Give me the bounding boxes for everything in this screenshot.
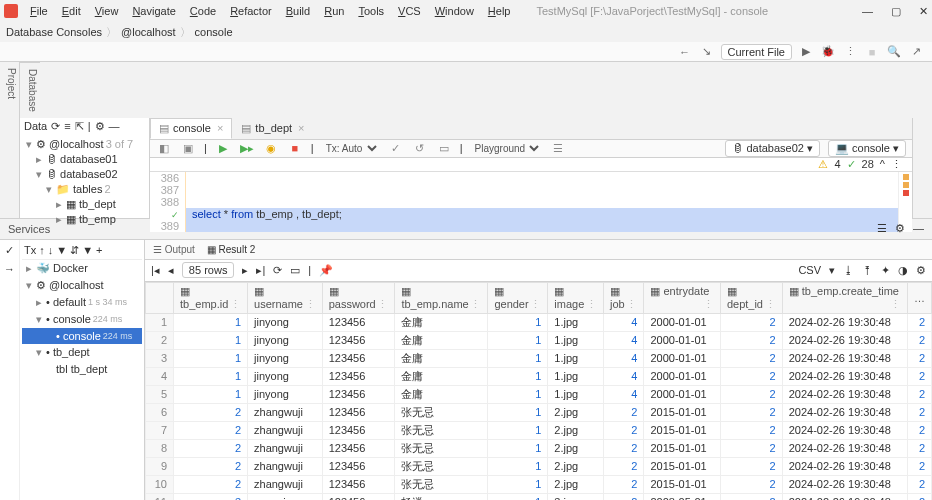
menu-navigate[interactable]: Navigate	[126, 3, 181, 19]
search-icon[interactable]: 🔍	[886, 44, 902, 60]
stop-icon[interactable]: ■	[864, 44, 880, 60]
gear-icon[interactable]: ⚙	[95, 120, 105, 133]
menu-refactor[interactable]: Refactor	[224, 3, 278, 19]
menu-file[interactable]: File	[24, 3, 54, 19]
schema-badge[interactable]: 🛢 database02 ▾	[725, 140, 820, 157]
serv-tree-tb_dept[interactable]: ▾• tb_dept	[22, 344, 142, 361]
table-row[interactable]: 62zhangwuji123456张无忌12.jpg22015-01-01220…	[146, 403, 932, 421]
pin-icon[interactable]: 📌	[319, 264, 333, 277]
table-row[interactable]: 72zhangwuji123456张无忌12.jpg22015-01-01220…	[146, 421, 932, 439]
next-page-icon[interactable]: ▸	[242, 264, 248, 277]
debug-icon[interactable]: 🐞	[820, 44, 836, 60]
serv-tree-@localhost[interactable]: ▾⚙ @localhost	[22, 277, 142, 294]
add-row-icon[interactable]: ▭	[290, 264, 300, 277]
crumb-console[interactable]: console	[195, 26, 233, 38]
table-row[interactable]: 102zhangwuji123456张无忌12.jpg22015-01-0122…	[146, 475, 932, 493]
serv-tool[interactable]: ▼	[56, 244, 67, 257]
serv-tool[interactable]: +	[96, 244, 102, 257]
tab-tb_dept[interactable]: ▤ tb_dept ×	[232, 118, 313, 139]
rollback-icon[interactable]: ↺	[412, 142, 428, 155]
table-row[interactable]: 31jinyong123456金庸11.jpg42000-01-0122024-…	[146, 349, 932, 367]
run-config[interactable]: Current File	[721, 44, 792, 60]
maximize-icon[interactable]: ▢	[891, 5, 901, 18]
tree-@localhost[interactable]: ▾⚙ @localhost 3 of 7	[22, 137, 147, 152]
tool-btn[interactable]: ▣	[180, 142, 196, 155]
first-page-icon[interactable]: |◂	[151, 264, 160, 277]
table-row[interactable]: 113yangxiao123456杨逍13.jpg22008-05-012202…	[146, 493, 932, 500]
settings-icon[interactable]: ↗	[908, 44, 924, 60]
project-rail[interactable]: Project	[0, 62, 20, 118]
col-tb_emp.id[interactable]: ▦ tb_emp.id ⋮	[174, 282, 248, 313]
expand-icon[interactable]: ◑	[898, 264, 908, 277]
menu-edit[interactable]: Edit	[56, 3, 87, 19]
col-image[interactable]: ▦ image ⋮	[548, 282, 604, 313]
serv-tree-console[interactable]: ▾• console 224 ms	[22, 311, 142, 328]
menu-code[interactable]: Code	[184, 3, 222, 19]
col-entrydate[interactable]: ▦ entrydate ⋮	[644, 282, 720, 313]
col-username[interactable]: ▦ username ⋮	[248, 282, 323, 313]
tab-console[interactable]: ▤ console ×	[150, 118, 232, 139]
code-line[interactable]: select * from tb_emp , tb_dept;	[186, 208, 898, 232]
filter-icon[interactable]: ≡	[64, 120, 70, 132]
table-row[interactable]: 41jinyong123456金庸11.jpg42000-01-0122024-…	[146, 367, 932, 385]
gear-icon[interactable]: ⚙	[895, 222, 905, 235]
code-line[interactable]	[186, 184, 898, 196]
serv-rail-btn[interactable]: ✓	[5, 244, 14, 257]
serv-rail-btn[interactable]: →	[4, 263, 15, 275]
console-badge[interactable]: 💻 console ▾	[828, 140, 906, 157]
serv-tree-default[interactable]: ▸• default 1 s 34 ms	[22, 294, 142, 311]
tree-tables[interactable]: ▾📁 tables 2	[22, 182, 147, 197]
code-line[interactable]	[186, 172, 898, 184]
stop-query-icon[interactable]: ■	[287, 142, 303, 154]
serv-tool[interactable]: ↑	[39, 244, 45, 257]
limit-icon[interactable]: ▭	[436, 142, 452, 155]
execute-icon[interactable]: ▶	[215, 142, 231, 155]
serv-tool[interactable]: ↓	[48, 244, 54, 257]
menu-vcs[interactable]: VCS	[392, 3, 427, 19]
row-count[interactable]: 85 rows	[182, 262, 235, 278]
refresh-icon[interactable]: ⟳	[51, 120, 60, 133]
tree-database02[interactable]: ▾🛢 database02	[22, 167, 147, 182]
prev-page-icon[interactable]: ◂	[168, 264, 174, 277]
serv-tree-tb_dept[interactable]: tbl tb_dept	[22, 361, 142, 377]
export-format[interactable]: CSV	[798, 264, 821, 277]
col-password[interactable]: ▦ password ⋮	[322, 282, 395, 313]
menu-run[interactable]: Run	[318, 3, 350, 19]
playground-mode[interactable]: Playground	[471, 142, 542, 155]
tool-btn[interactable]: ◧	[156, 142, 172, 155]
table-row[interactable]: 51jinyong123456金庸11.jpg42000-01-0122024-…	[146, 385, 932, 403]
serv-tree-Docker[interactable]: ▸🐳 Docker	[22, 260, 142, 277]
code-line[interactable]	[186, 196, 898, 208]
collapse-icon[interactable]: ⇱	[75, 120, 84, 133]
last-page-icon[interactable]: ▸|	[256, 264, 265, 277]
col-dept_id[interactable]: ▦ dept_id ⋮	[720, 282, 782, 313]
execute-sel-icon[interactable]: ▶▸	[239, 142, 255, 155]
col-tb_emp.create_time[interactable]: ▦ tb_emp.create_time ⋮	[782, 282, 907, 313]
serv-tree-console[interactable]: • console 224 ms	[22, 328, 142, 344]
result-tab-Output[interactable]: ☰ Output	[153, 244, 195, 255]
minimize-icon[interactable]: —	[913, 222, 924, 235]
tool-icon[interactable]: ↘	[699, 44, 715, 60]
window-controls[interactable]: — ▢ ✕	[862, 5, 928, 18]
crumb-host[interactable]: @localhost	[121, 26, 176, 38]
reload-icon[interactable]: ⟳	[273, 264, 282, 277]
serv-tool[interactable]: Tx	[24, 244, 36, 257]
wrap-icon[interactable]: ☰	[550, 142, 566, 155]
import-icon[interactable]: ⭱	[862, 264, 873, 277]
hide-icon[interactable]: ☰	[877, 222, 887, 235]
table-row[interactable]: 11jinyong123456金庸11.jpg42000-01-0122024-…	[146, 313, 932, 331]
serv-tool[interactable]: ⇵	[70, 244, 79, 257]
result-tab-Result 2[interactable]: ▦ Result 2	[207, 244, 255, 255]
view-icon[interactable]: ✦	[881, 264, 890, 277]
more-icon[interactable]: ⋮	[842, 44, 858, 60]
menu-tools[interactable]: Tools	[352, 3, 390, 19]
menu-help[interactable]: Help	[482, 3, 517, 19]
commit-icon[interactable]: ✓	[388, 142, 404, 155]
run-icon[interactable]: ▶	[798, 44, 814, 60]
tree-tb_dept[interactable]: ▸▦ tb_dept	[22, 197, 147, 212]
serv-tool[interactable]: ▼	[82, 244, 93, 257]
col-gender[interactable]: ▦ gender ⋮	[488, 282, 548, 313]
table-row[interactable]: 21jinyong123456金庸11.jpg42000-01-0122024-…	[146, 331, 932, 349]
table-row[interactable]: 82zhangwuji123456张无忌12.jpg22015-01-01220…	[146, 439, 932, 457]
tx-mode[interactable]: Tx: Auto	[322, 142, 380, 155]
